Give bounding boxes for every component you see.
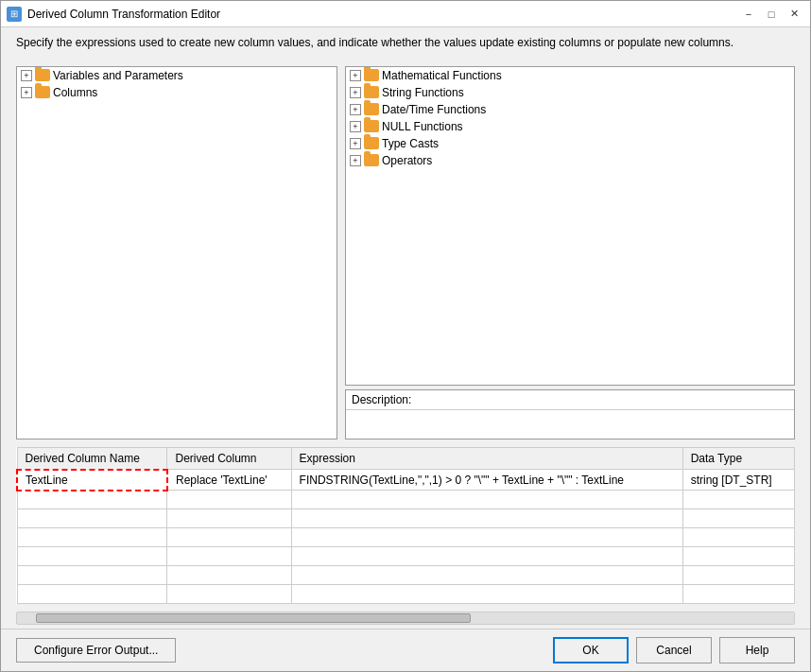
empty-row3-cell-1 [17, 528, 167, 547]
title-bar: ⊞ Derived Column Transformation Editor −… [1, 1, 810, 27]
main-content: + Variables and Parameters + Columns + M… [1, 59, 810, 447]
empty-row4-cell-1 [17, 547, 167, 566]
col-header-datatype: Data Type [682, 447, 794, 470]
empty-row4-cell-3 [291, 547, 682, 566]
cell-name[interactable]: TextLine [17, 470, 167, 491]
empty-row3-cell-4 [682, 528, 794, 547]
string-label: String Functions [382, 86, 464, 99]
math-label: Mathematical Functions [382, 69, 502, 82]
description-field-content [346, 410, 794, 439]
cell-datatype[interactable]: string [DT_STR] [682, 470, 794, 491]
variables-label: Variables and Parameters [53, 69, 183, 82]
main-window: ⊞ Derived Column Transformation Editor −… [0, 0, 811, 672]
empty-row-cell-2 [167, 491, 291, 509]
empty-row-cell-1 [17, 491, 167, 509]
bottom-section: Derived Column Name Derived Column Expre… [1, 447, 810, 609]
app-icon: ⊞ [7, 7, 22, 22]
cancel-button[interactable]: Cancel [636, 637, 712, 663]
maximize-button[interactable]: □ [761, 5, 782, 24]
derived-columns-table: Derived Column Name Derived Column Expre… [16, 447, 795, 605]
folder-icon-null [364, 120, 379, 132]
footer-left: Configure Error Output... [16, 638, 176, 663]
col-header-expression: Expression [291, 447, 682, 470]
datetime-label: Date/Time Functions [382, 103, 486, 116]
empty-row6-cell-2 [167, 585, 291, 604]
window-controls: − □ ✕ [738, 5, 804, 24]
table-header-row: Derived Column Name Derived Column Expre… [17, 447, 795, 470]
right-tree-item-1[interactable]: + String Functions [346, 84, 794, 101]
empty-row2-cell-3 [291, 509, 682, 528]
folder-icon-casts [364, 137, 379, 149]
folder-icon-columns [35, 86, 50, 98]
col-header-name: Derived Column Name [17, 447, 167, 470]
expand-operators-btn[interactable]: + [350, 155, 361, 166]
left-panel: + Variables and Parameters + Columns [16, 66, 337, 439]
cell-derived[interactable]: Replace 'TextLine' [167, 470, 291, 491]
right-tree-item-3[interactable]: + NULL Functions [346, 118, 794, 135]
casts-label: Type Casts [382, 137, 439, 150]
empty-row5-cell-3 [291, 566, 682, 585]
columns-label: Columns [53, 86, 97, 99]
empty-row4-cell-2 [167, 547, 291, 566]
minimize-button[interactable]: − [738, 5, 759, 24]
empty-row6-cell-3 [291, 585, 682, 604]
folder-icon-variables [35, 69, 50, 81]
ok-button[interactable]: OK [553, 637, 629, 663]
expand-variables-btn[interactable]: + [21, 70, 32, 81]
close-button[interactable]: ✕ [784, 5, 804, 24]
horizontal-scrollbar[interactable] [16, 612, 795, 625]
right-tree-item-4[interactable]: + Type Casts [346, 135, 794, 152]
right-tree: + Mathematical Functions + String Functi… [345, 66, 795, 386]
expand-null-btn[interactable]: + [350, 121, 361, 132]
left-tree-item-columns[interactable]: + Columns [17, 84, 336, 101]
folder-icon-math [364, 69, 379, 81]
right-tree-item-2[interactable]: + Date/Time Functions [346, 101, 794, 118]
operators-label: Operators [382, 154, 432, 167]
empty-row5-cell-2 [167, 566, 291, 585]
right-panel: + Mathematical Functions + String Functi… [345, 66, 795, 439]
empty-row3-cell-2 [167, 528, 291, 547]
help-button[interactable]: Help [719, 637, 795, 663]
expand-datetime-btn[interactable]: + [350, 104, 361, 115]
empty-row6-cell-1 [17, 585, 167, 604]
empty-row5-cell-4 [682, 566, 794, 585]
empty-row2-cell-2 [167, 509, 291, 528]
window-title: Derived Column Transformation Editor [27, 8, 220, 21]
empty-row6-cell-4 [682, 585, 794, 604]
folder-icon-operators [364, 154, 379, 166]
expand-casts-btn[interactable]: + [350, 138, 361, 149]
expand-math-btn[interactable]: + [350, 70, 361, 81]
folder-icon-datetime [364, 103, 379, 115]
configure-error-button[interactable]: Configure Error Output... [16, 638, 176, 663]
right-tree-item-5[interactable]: + Operators [346, 152, 794, 169]
empty-row2-cell-1 [17, 509, 167, 528]
null-label: NULL Functions [382, 120, 463, 133]
description-text: Specify the expressions used to create n… [1, 27, 810, 59]
horizontal-scrollbar-area [1, 608, 810, 629]
right-tree-item-0[interactable]: + Mathematical Functions [346, 67, 794, 84]
expand-columns-btn[interactable]: + [21, 87, 32, 98]
footer: Configure Error Output... OK Cancel Help [1, 629, 810, 671]
empty-row4-cell-4 [682, 547, 794, 566]
scrollbar-thumb[interactable] [36, 613, 471, 623]
description-box: Description: [345, 389, 795, 439]
title-bar-left: ⊞ Derived Column Transformation Editor [7, 7, 220, 22]
empty-row2-cell-4 [682, 509, 794, 528]
table-row[interactable]: TextLine Replace 'TextLine' FINDSTRING(T… [17, 470, 795, 491]
left-tree-item-variables[interactable]: + Variables and Parameters [17, 67, 336, 84]
empty-row-cell-4 [682, 491, 794, 509]
expand-string-btn[interactable]: + [350, 87, 361, 98]
cell-expression[interactable]: FINDSTRING(TextLine,",",1) > 0 ? "\"" + … [291, 470, 682, 491]
empty-row5-cell-1 [17, 566, 167, 585]
folder-icon-string [364, 86, 379, 98]
empty-row3-cell-3 [291, 528, 682, 547]
col-header-derived: Derived Column [167, 447, 291, 470]
footer-right: OK Cancel Help [553, 637, 795, 663]
empty-row-cell-3 [291, 491, 682, 509]
description-field-label: Description: [346, 390, 794, 410]
